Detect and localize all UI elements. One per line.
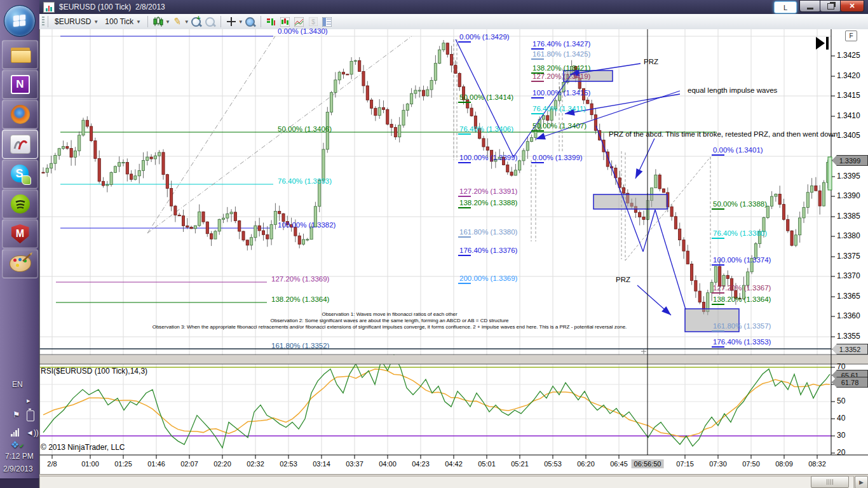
go-to-last-bar-icon <box>816 37 825 50</box>
last-bar-axis-marker <box>828 157 832 190</box>
horizontal-scrollbar: ▶ <box>39 474 868 488</box>
chart-area[interactable]: 0.00% (1.3430)50.00% (1.3406)76.40% (1.3… <box>39 29 868 488</box>
gridlines <box>40 29 831 455</box>
scrollbar-thumb[interactable] <box>811 476 849 488</box>
prz-zone-box <box>685 309 739 332</box>
panel-splitter <box>39 355 868 364</box>
fix-scale-button[interactable]: F <box>845 30 857 41</box>
prz-zone-box <box>564 71 613 81</box>
crosshair <box>40 29 831 455</box>
scrollbar-track[interactable] <box>39 476 854 488</box>
candlesticks <box>42 40 829 315</box>
chart-canvas <box>0 0 868 488</box>
go-to-last-bar-icon <box>826 37 829 50</box>
dashed-trendlines <box>147 36 710 272</box>
rsi-average-line <box>43 369 830 437</box>
arrowhead-icon <box>565 109 575 116</box>
rsi-indicator-label: RSI($EURUSD (100 Tick),14,3) <box>41 367 147 376</box>
scrollbar-right-arrow[interactable]: ▶ <box>855 476 868 488</box>
arrowhead-icon <box>635 168 642 179</box>
desktop: N S M EN ▸ ⚑ ◄)) ❖✔ 7:12 PM 2/9/2013 <box>0 0 868 488</box>
prz-zone-box <box>593 194 667 209</box>
copyright-text: © 2013 NinjaTrader, LLC <box>41 443 125 452</box>
